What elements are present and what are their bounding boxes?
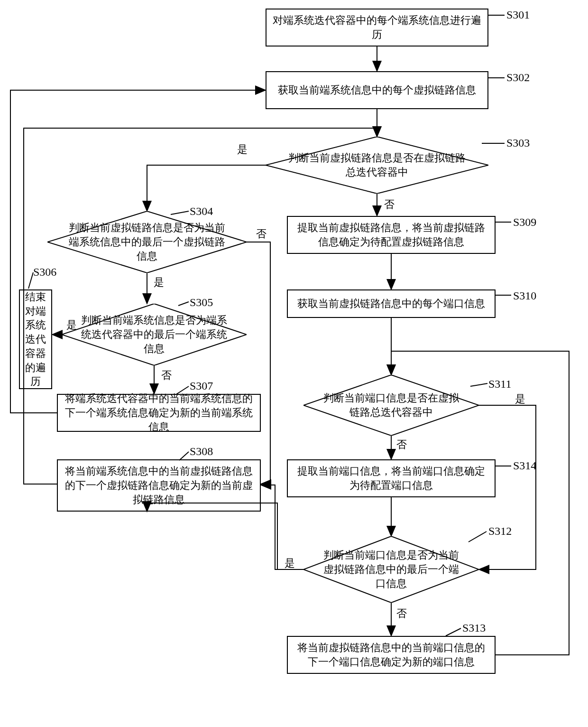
edge-no: 否 [396,438,407,452]
decision-text: 判断当前端系统信息是否为端系统迭代容器中的最后一个端系统信息 [81,313,228,355]
decision-s305: 判断当前端系统信息是否为端系统迭代容器中的最后一个端系统信息 [62,304,247,365]
edge-yes: 是 [237,142,248,157]
step-text: 对端系统迭代容器中的每个端系统信息进行遍历 [272,13,482,41]
step-text: 提取当前虚拟链路信息，将当前虚拟链路信息确定为待配置虚拟链路信息 [294,221,489,249]
step-s306: 结束对端系统迭代容器的遍历 [19,289,52,389]
label-s311: S311 [488,378,511,391]
label-s301: S301 [506,9,530,21]
step-s309: 提取当前虚拟链路信息，将当前虚拟链路信息确定为待配置虚拟链路信息 [287,216,496,254]
label-s304: S304 [190,205,213,218]
step-text: 将当前虚拟链路信息中的当前端口信息的下一个端口信息确定为新的端口信息 [294,641,489,669]
label-s312: S312 [488,525,512,538]
decision-s303: 判断当前虚拟链路信息是否在虚拟链路总迭代容器中 [266,137,488,194]
step-text: 提取当前端口信息，将当前端口信息确定为待配置端口信息 [294,464,489,492]
edge-yes: 是 [515,392,525,406]
label-s302: S302 [506,71,530,84]
step-text: 结束对端系统迭代容器的遍历 [23,290,48,389]
step-s307: 将端系统迭代容器中的当前端系统信息的下一个端系统信息确定为新的当前端系统信息 [57,394,261,432]
decision-text: 判断当前虚拟链路信息是否在虚拟链路总迭代容器中 [285,151,469,179]
decision-text: 判断当前端口信息是否在虚拟链路总迭代容器中 [322,391,460,419]
label-s310: S310 [513,289,536,302]
label-s305: S305 [190,296,213,309]
svg-line-19 [28,272,33,289]
edge-yes: 是 [285,556,295,570]
edge-no: 否 [384,197,395,212]
step-text: 获取当前虚拟链路信息中的每个端口信息 [297,297,485,311]
step-text: 将端系统迭代容器中的当前端系统信息的下一个端系统信息确定为新的当前端系统信息 [64,391,254,434]
step-text: 将当前端系统信息中的当前虚拟链路信息的下一个虚拟链路信息确定为新的当前虚拟链路信… [64,464,254,506]
decision-s311: 判断当前端口信息是否在虚拟链路总迭代容器中 [303,375,479,436]
label-s303: S303 [506,137,530,149]
step-s308: 将当前端系统信息中的当前虚拟链路信息的下一个虚拟链路信息确定为新的当前虚拟链路信… [57,459,261,512]
step-s314: 提取当前端口信息，将当前端口信息确定为待配置端口信息 [287,459,496,497]
step-s302: 获取当前端系统信息中的每个虚拟链路信息 [266,71,488,109]
step-s301: 对端系统迭代容器中的每个端系统信息进行遍历 [266,9,488,47]
decision-text: 判断当前端口信息是否为当前虚拟链路信息中的最后一个端口信息 [322,548,460,590]
edge-no: 否 [396,606,407,621]
edge-no: 否 [161,368,172,382]
label-s314: S314 [513,459,536,472]
decision-s304: 判断当前虚拟链路信息是否为当前端系统信息中的最后一个虚拟链路信息 [47,211,247,273]
svg-line-18 [446,628,461,636]
step-s310: 获取当前虚拟链路信息中的每个端口信息 [287,289,496,318]
label-s308: S308 [190,445,213,458]
step-text: 获取当前端系统信息中的每个虚拟链路信息 [278,83,476,97]
label-s307: S307 [190,380,213,392]
edge-yes: 是 [154,275,164,289]
decision-s312: 判断当前端口信息是否为当前虚拟链路信息中的最后一个端口信息 [303,536,479,603]
edge-no: 否 [256,227,266,241]
label-s306: S306 [33,266,56,279]
step-s313: 将当前虚拟链路信息中的当前端口信息的下一个端口信息确定为新的端口信息 [287,636,496,674]
decision-text: 判断当前虚拟链路信息是否为当前端系统信息中的最后一个虚拟链路信息 [66,221,228,263]
label-s309: S309 [513,216,536,229]
label-s313: S313 [462,622,486,634]
